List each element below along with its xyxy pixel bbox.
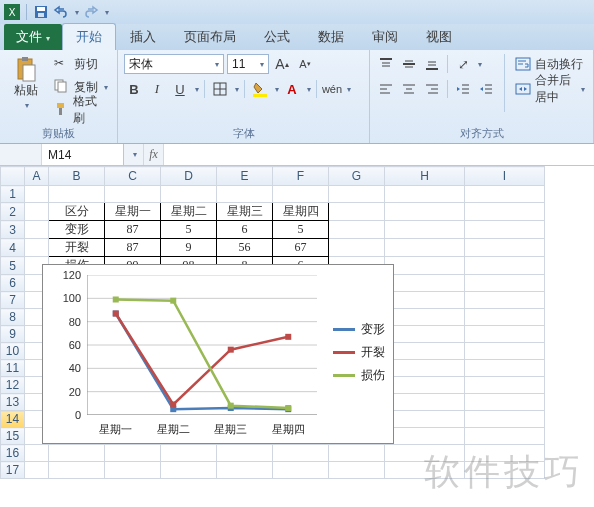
namebox-dropdown[interactable]: ▾ — [124, 144, 144, 165]
cell[interactable] — [273, 186, 329, 203]
tab-formulas[interactable]: 公式 — [250, 23, 304, 50]
row-header[interactable]: 7 — [1, 292, 25, 309]
chevron-down-icon[interactable]: ▾ — [235, 85, 239, 94]
cell[interactable] — [49, 186, 105, 203]
tab-file[interactable]: 文件▾ — [4, 24, 62, 50]
cell[interactable] — [385, 445, 465, 462]
cell[interactable] — [329, 239, 385, 257]
font-name-select[interactable]: 宋体▾ — [124, 54, 224, 74]
increase-indent-button[interactable] — [476, 79, 496, 99]
phonetic-button[interactable]: wén — [322, 79, 342, 99]
chevron-down-icon[interactable]: ▾ — [347, 85, 351, 94]
grow-font-button[interactable]: A▴ — [272, 54, 292, 74]
col-header[interactable]: B — [49, 167, 105, 186]
cell[interactable]: 87 — [105, 239, 161, 257]
underline-button[interactable]: U — [170, 79, 190, 99]
redo-icon[interactable] — [83, 4, 99, 20]
row-header[interactable]: 9 — [1, 326, 25, 343]
cell[interactable] — [465, 292, 545, 309]
col-header[interactable]: F — [273, 167, 329, 186]
tab-data[interactable]: 数据 — [304, 23, 358, 50]
font-color-button[interactable]: A — [282, 79, 302, 99]
cell[interactable] — [465, 275, 545, 292]
cell[interactable] — [105, 445, 161, 462]
cell[interactable] — [49, 445, 105, 462]
row-header[interactable]: 14 — [1, 411, 25, 428]
border-button[interactable] — [210, 79, 230, 99]
cell[interactable] — [25, 203, 49, 221]
cell[interactable] — [385, 257, 465, 275]
cell[interactable]: 6 — [217, 221, 273, 239]
cell[interactable] — [217, 462, 273, 479]
row-header[interactable]: 10 — [1, 343, 25, 360]
name-box[interactable]: M14 — [42, 144, 123, 165]
align-bottom-button[interactable] — [422, 54, 442, 74]
cell[interactable] — [385, 377, 465, 394]
cell[interactable] — [385, 462, 465, 479]
cell[interactable] — [465, 221, 545, 239]
col-header[interactable]: H — [385, 167, 465, 186]
qat-customize-icon[interactable]: ▾ — [105, 8, 109, 17]
formula-input[interactable] — [164, 144, 594, 165]
cell[interactable] — [385, 428, 465, 445]
fill-color-button[interactable] — [250, 79, 270, 99]
cell[interactable] — [465, 203, 545, 221]
cell[interactable] — [385, 221, 465, 239]
row-header[interactable]: 4 — [1, 239, 25, 257]
row-header[interactable]: 15 — [1, 428, 25, 445]
cell[interactable]: 5 — [273, 221, 329, 239]
align-left-button[interactable] — [376, 79, 396, 99]
cell[interactable] — [329, 186, 385, 203]
cell[interactable] — [385, 186, 465, 203]
font-size-select[interactable]: 11▾ — [227, 54, 269, 74]
cell[interactable]: 56 — [217, 239, 273, 257]
cell[interactable] — [465, 394, 545, 411]
cell[interactable] — [465, 411, 545, 428]
cell[interactable] — [385, 239, 465, 257]
orientation-button[interactable]: ⤢ — [453, 54, 473, 74]
row-header[interactable]: 12 — [1, 377, 25, 394]
wrap-text-button[interactable]: 自动换行 — [513, 54, 587, 74]
cell[interactable] — [217, 445, 273, 462]
cell[interactable] — [161, 462, 217, 479]
undo-icon[interactable] — [53, 4, 69, 20]
cell[interactable] — [25, 239, 49, 257]
cell[interactable] — [465, 462, 545, 479]
decrease-indent-button[interactable] — [453, 79, 473, 99]
align-right-button[interactable] — [422, 79, 442, 99]
tab-view[interactable]: 视图 — [412, 23, 466, 50]
cell[interactable] — [465, 360, 545, 377]
cell[interactable]: 5 — [161, 221, 217, 239]
chevron-down-icon[interactable]: ▾ — [195, 85, 199, 94]
align-top-button[interactable] — [376, 54, 396, 74]
bold-button[interactable]: B — [124, 79, 144, 99]
chevron-down-icon[interactable]: ▾ — [275, 85, 279, 94]
cell[interactable] — [465, 428, 545, 445]
cell[interactable] — [25, 221, 49, 239]
cell[interactable] — [465, 326, 545, 343]
cell[interactable]: 67 — [273, 239, 329, 257]
save-icon[interactable] — [33, 4, 49, 20]
cell[interactable] — [49, 462, 105, 479]
cell[interactable] — [465, 343, 545, 360]
cell[interactable] — [465, 309, 545, 326]
fx-button[interactable]: fx — [144, 144, 164, 165]
cell[interactable] — [25, 445, 49, 462]
cell[interactable] — [217, 186, 273, 203]
row-header[interactable]: 17 — [1, 462, 25, 479]
row-header[interactable]: 6 — [1, 275, 25, 292]
cell[interactable] — [105, 462, 161, 479]
cell[interactable] — [465, 257, 545, 275]
row-header[interactable]: 2 — [1, 203, 25, 221]
cell[interactable] — [329, 462, 385, 479]
select-all-corner[interactable] — [1, 167, 25, 186]
format-painter-button[interactable]: 格式刷 — [52, 100, 111, 120]
cell[interactable] — [385, 343, 465, 360]
merge-center-button[interactable]: 合并后居中▾ — [513, 79, 587, 99]
cell[interactable] — [273, 445, 329, 462]
tab-insert[interactable]: 插入 — [116, 23, 170, 50]
cell[interactable] — [465, 239, 545, 257]
tab-review[interactable]: 审阅 — [358, 23, 412, 50]
cell[interactable] — [161, 186, 217, 203]
cell[interactable]: 区分 — [49, 203, 105, 221]
